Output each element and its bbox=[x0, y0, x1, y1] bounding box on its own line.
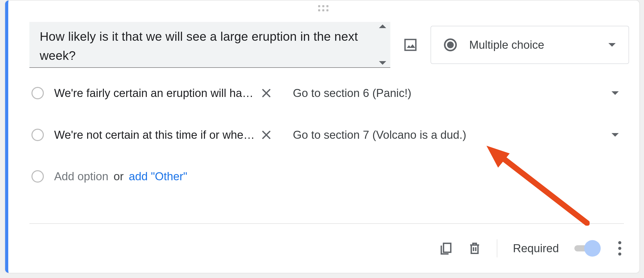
goto-section-dropdown[interactable]: Go to section 6 (Panic!) bbox=[293, 87, 624, 100]
chevron-down-icon bbox=[612, 133, 619, 137]
radio-empty-icon bbox=[31, 129, 44, 141]
duplicate-icon[interactable] bbox=[439, 242, 452, 255]
question-header-row: How likely is it that we will see a larg… bbox=[29, 22, 629, 68]
option-text-input[interactable]: We're not certain at this time if or whe… bbox=[54, 128, 255, 141]
question-title-spinner bbox=[377, 24, 388, 65]
required-toggle[interactable] bbox=[574, 243, 600, 254]
option-text-input[interactable]: We're fairly certain an eruption will ha… bbox=[54, 87, 255, 100]
goto-section-label: Go to section 6 (Panic!) bbox=[293, 87, 411, 100]
chevron-down-icon bbox=[608, 43, 616, 47]
question-type-label: Multiple choice bbox=[469, 38, 596, 51]
question-footer: Required bbox=[29, 234, 624, 263]
goto-section-label: Go to section 7 (Volcano is a dud.) bbox=[293, 128, 466, 141]
add-option-input[interactable]: Add option bbox=[54, 170, 108, 183]
add-image-icon[interactable] bbox=[403, 38, 418, 52]
option-row: We're fairly certain an eruption will ha… bbox=[31, 83, 624, 104]
more-options-icon[interactable] bbox=[616, 239, 624, 258]
question-title-input[interactable]: How likely is it that we will see a larg… bbox=[29, 22, 390, 68]
remove-option-icon[interactable] bbox=[260, 129, 272, 141]
drag-handle-icon[interactable] bbox=[318, 5, 329, 11]
radio-empty-icon bbox=[31, 87, 44, 99]
add-option-row: Add option or add "Other" bbox=[31, 166, 624, 187]
question-card: How likely is it that we will see a larg… bbox=[5, 1, 639, 273]
add-option-or: or bbox=[113, 170, 123, 183]
footer-divider bbox=[29, 223, 624, 224]
spinner-down-icon[interactable] bbox=[379, 61, 386, 65]
add-other-button[interactable]: add "Other" bbox=[129, 170, 187, 183]
remove-option-icon[interactable] bbox=[260, 87, 272, 99]
required-label: Required bbox=[513, 242, 559, 255]
options-list: We're fairly certain an eruption will ha… bbox=[31, 83, 624, 187]
option-row: We're not certain at this time if or whe… bbox=[31, 124, 624, 145]
question-title-text: How likely is it that we will see a larg… bbox=[40, 27, 372, 66]
vertical-divider bbox=[497, 239, 497, 257]
trash-icon[interactable] bbox=[468, 242, 481, 255]
chevron-down-icon bbox=[612, 91, 619, 95]
goto-section-dropdown[interactable]: Go to section 7 (Volcano is a dud.) bbox=[293, 128, 624, 141]
radio-empty-icon bbox=[31, 170, 44, 183]
svg-rect-0 bbox=[444, 243, 451, 252]
radio-checked-icon bbox=[444, 38, 457, 51]
spinner-up-icon[interactable] bbox=[379, 24, 386, 28]
question-type-dropdown[interactable]: Multiple choice bbox=[431, 26, 629, 64]
